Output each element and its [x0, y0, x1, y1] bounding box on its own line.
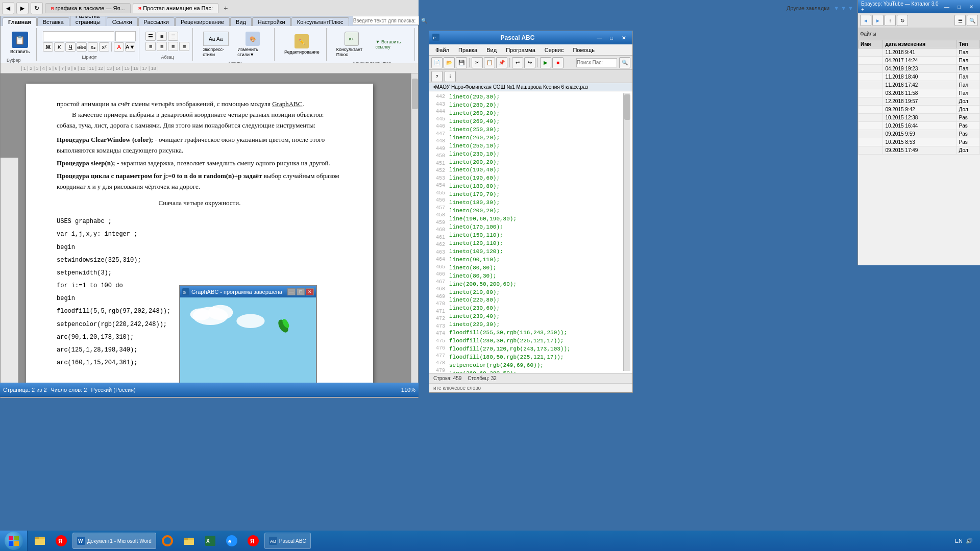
pascal-search-btn[interactable]: 🔍	[619, 57, 630, 68]
graphabc-minimize[interactable]: —	[287, 288, 296, 295]
document-area[interactable]: простой анимации за счёт смены четырёх и…	[1, 73, 418, 386]
right-refresh-btn[interactable]: ↻	[897, 15, 908, 26]
justify-btn[interactable]: ≡	[179, 42, 189, 51]
pascal-close[interactable]: ✕	[618, 33, 629, 42]
taskbar-icon-yandex[interactable]: Я	[51, 532, 71, 550]
graphabc-close[interactable]: ✕	[306, 288, 314, 295]
nav-fwd-btn[interactable]: ►	[16, 2, 29, 14]
pascal-scrollbar-thumb[interactable]	[624, 94, 630, 120]
superscript-btn[interactable]: x²	[99, 42, 109, 52]
cut-btn[interactable]: ✂	[472, 57, 483, 68]
express-styles-btn[interactable]: Аа Аа Экспресс-стили	[199, 29, 232, 60]
table-row[interactable]: 10.2015 12:38Pas	[859, 114, 980, 122]
search-input[interactable]	[353, 16, 419, 25]
taskbar-icon-yandex2[interactable]: Я	[243, 532, 263, 550]
taskbar-pascal-btn[interactable]: AB Pascal ABC	[264, 533, 311, 549]
table-row[interactable]: 04.2017 14:24Пал	[859, 57, 980, 65]
right-minimize[interactable]: —	[941, 2, 952, 11]
right-filter-btn[interactable]: 🔍	[967, 15, 978, 26]
nav-back-btn[interactable]: ◄	[2, 2, 14, 14]
new-file-btn[interactable]: 📄	[431, 57, 443, 68]
bold-btn[interactable]: Ж	[43, 42, 53, 52]
table-row[interactable]: 11.2018 9:41Пал	[859, 48, 980, 57]
right-view-btn[interactable]: ☰	[954, 15, 966, 26]
tab-consultant[interactable]: КонсультантПлюс	[291, 17, 349, 26]
pascal-minimize[interactable]: —	[594, 33, 605, 42]
strikethrough-btn[interactable]: abc	[77, 42, 87, 52]
numbering-btn[interactable]: ≡	[157, 32, 167, 41]
menu-help[interactable]: Помощь	[569, 46, 599, 54]
subscript-btn[interactable]: x₂	[88, 42, 98, 52]
table-row[interactable]: 11.2018 18:40Пал	[859, 73, 980, 81]
tab-view[interactable]: Вид	[230, 17, 252, 26]
redo-btn[interactable]: ↪	[524, 57, 535, 68]
right-fwd-btn[interactable]: ►	[872, 15, 884, 26]
tray-volume-icon[interactable]: 🔊	[966, 538, 973, 544]
align-right-btn[interactable]: ≡	[168, 42, 178, 51]
bullets-btn[interactable]: ☰	[145, 32, 156, 41]
tab-settings[interactable]: Настройки	[252, 17, 291, 26]
table-row[interactable]: 11.2016 17:42Пал	[859, 81, 980, 89]
pascal-scrollbar[interactable]	[623, 93, 630, 371]
taskbar-icon-excel[interactable]: X	[200, 532, 220, 550]
code-content[interactable]: lineto(290,30); lineto(280,20); lineto(2…	[449, 93, 623, 371]
doc-scrollbar[interactable]	[411, 73, 418, 386]
reload-btn[interactable]: ↻	[31, 2, 43, 14]
menu-program[interactable]: Программа	[502, 46, 540, 54]
save-file-btn[interactable]: 💾	[456, 57, 467, 68]
font-size-input[interactable]: 14	[115, 31, 136, 41]
right-maximize[interactable]: □	[953, 2, 965, 11]
pascal-maximize[interactable]: □	[606, 33, 617, 42]
taskbar-icon-folder[interactable]	[179, 532, 199, 550]
browser-tab-2[interactable]: Я Простая анимация на Пас:	[133, 3, 219, 13]
tab-mailings[interactable]: Рассылки	[138, 17, 175, 26]
pascal-search-input[interactable]	[576, 58, 617, 67]
start-button[interactable]	[0, 531, 28, 551]
font-name-input[interactable]: Times New Roman	[43, 31, 114, 41]
undo-btn[interactable]: ↩	[512, 57, 523, 68]
stop-btn[interactable]: ■	[552, 57, 564, 68]
table-row[interactable]: 03.2016 11:58Пал	[859, 89, 980, 97]
table-row[interactable]: 12.2018 19:57Дол	[859, 97, 980, 106]
paste-tool-btn[interactable]: 📌	[496, 57, 507, 68]
taskbar-icon-explorer[interactable]	[30, 532, 50, 550]
taskbar-word-btn[interactable]: W Документ1 - Microsoft Word	[72, 533, 156, 549]
right-close[interactable]: ✕	[966, 2, 977, 11]
underline-btn[interactable]: Ч	[65, 42, 76, 52]
right-back-btn[interactable]: ◄	[860, 15, 871, 26]
copy-btn[interactable]: 📋	[484, 57, 495, 68]
graphabc-sim-window[interactable]: G GraphABC - программа завершена — □ ✕	[179, 285, 317, 386]
search-btn[interactable]: 🔍	[421, 18, 427, 23]
pascal-code-area[interactable]: 442443444445446 447448449450451 45245345…	[429, 91, 632, 373]
right-panel-tab[interactable]: Файлы	[860, 31, 876, 37]
taskbar-icon-ie[interactable]: e	[222, 532, 242, 550]
change-styles-btn[interactable]: 🎨 Изменить стили▼	[234, 29, 271, 60]
table-row[interactable]: 09.2015 9:42Дол	[859, 106, 980, 114]
align-center-btn[interactable]: ≡	[157, 42, 167, 51]
consultant-btn[interactable]: К+ Консультант Плюс	[333, 29, 371, 60]
new-tab-btn[interactable]: +	[220, 4, 231, 12]
table-row[interactable]: 10.2015 8:53Pas	[859, 138, 980, 146]
help-btn1[interactable]: ?	[431, 71, 443, 82]
align-left-btn[interactable]: ≡	[145, 42, 156, 51]
multilevel-btn[interactable]: ≣	[168, 32, 178, 41]
pascal-file-tab[interactable]: •МАОУ Наро-Фоминская СОШ №1 Машцрова Ксе…	[429, 83, 632, 91]
menu-edit[interactable]: Правка	[454, 46, 481, 54]
table-row[interactable]: 09.2015 9:59Pas	[859, 130, 980, 138]
right-up-btn[interactable]: ↑	[885, 15, 896, 26]
editing-btn[interactable]: ✏️ Редактирование	[281, 32, 323, 57]
menu-service[interactable]: Сервис	[541, 46, 568, 54]
table-row[interactable]: 04.2019 19:23Пал	[859, 65, 980, 73]
graphabc-maximize[interactable]: □	[297, 288, 305, 295]
insert-link-btn[interactable]: ▼ Вставить ссылку	[372, 37, 411, 52]
help-btn2[interactable]: i	[445, 71, 456, 82]
menu-view[interactable]: Вид	[482, 46, 501, 54]
tab-review[interactable]: Рецензирование	[175, 17, 230, 26]
italic-btn[interactable]: К	[54, 42, 64, 52]
font-color-btn[interactable]: A	[114, 42, 124, 52]
highlight-btn[interactable]: A▼	[125, 42, 135, 52]
taskbar-icon-firefox[interactable]	[157, 532, 178, 550]
paste-btn[interactable]: 📋 Вставить	[7, 29, 33, 57]
open-file-btn[interactable]: 📂	[444, 57, 455, 68]
run-btn[interactable]: ▶	[540, 57, 551, 68]
